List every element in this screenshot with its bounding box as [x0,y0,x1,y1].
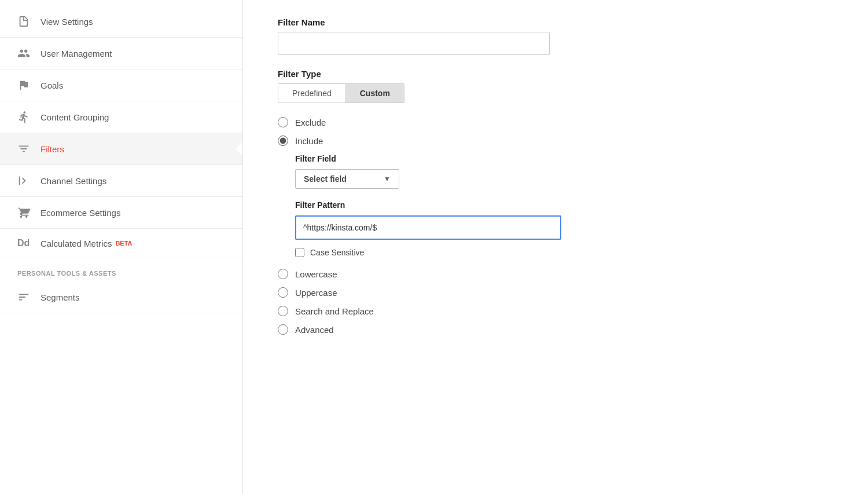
filter-field-label: Filter Field [295,154,833,163]
sidebar-item-channel-settings[interactable]: Channel Settings [0,165,242,197]
filter-type-tabs: Predefined Custom [278,83,404,103]
sidebar-item-ecommerce-settings[interactable]: Ecommerce Settings [0,197,242,229]
filter-name-label: Filter Name [278,17,833,27]
sidebar-item-user-management[interactable]: User Management [0,38,242,69]
case-sensitive-label: Case Sensitive [310,248,364,257]
filter-icon [17,142,41,155]
filter-type-section: Filter Type Predefined Custom [278,69,833,103]
filter-type-radio-group: Exclude Include [278,117,833,146]
sidebar-label-ecommerce-settings: Ecommerce Settings [41,208,120,218]
filter-field-section: Filter Field Select field ▼ [295,154,833,189]
sidebar-label-filters: Filters [41,144,64,154]
filter-type-label: Filter Type [278,69,833,79]
radio-search-replace-input[interactable] [278,306,288,316]
radio-exclude[interactable]: Exclude [278,117,833,127]
sidebar-item-content-grouping[interactable]: Content Grouping [0,101,242,133]
filter-name-section: Filter Name [278,17,833,55]
sidebar-label-view-settings: View Settings [41,17,93,27]
filter-pattern-section: Filter Pattern [295,200,833,240]
sidebar-item-calculated-metrics[interactable]: Dd Calculated Metrics BETA [0,229,242,258]
channel-icon [17,174,41,187]
radio-search-replace-label: Search and Replace [295,306,374,316]
case-sensitive-checkbox[interactable] [295,248,304,257]
flag-icon [17,79,41,92]
main-content: Filter Name Filter Type Predefined Custo… [243,0,868,494]
select-field-dropdown[interactable]: Select field ▼ [295,169,399,189]
radio-uppercase[interactable]: Uppercase [278,287,833,298]
sidebar-label-content-grouping: Content Grouping [41,112,109,122]
radio-advanced-input[interactable] [278,324,288,335]
sidebar-label-calculated-metrics: Calculated Metrics [41,239,112,248]
sidebar-item-goals[interactable]: Goals [0,69,242,101]
select-field-label: Select field [304,174,347,184]
personal-section-label: PERSONAL TOOLS & ASSETS [0,258,242,281]
radio-include-label: Include [295,136,323,146]
case-sensitive-row[interactable]: Case Sensitive [295,248,833,257]
sidebar-label-channel-settings: Channel Settings [41,176,106,186]
radio-search-and-replace[interactable]: Search and Replace [278,306,833,316]
radio-advanced[interactable]: Advanced [278,324,833,335]
sidebar-label-segments: Segments [41,292,80,302]
chevron-down-icon: ▼ [384,175,391,183]
cart-icon [17,206,41,219]
document-icon [17,15,41,28]
beta-badge: BETA [115,240,132,247]
content-icon [17,111,41,123]
sidebar: View Settings User Management Goals Cont… [0,0,243,494]
dd-icon: Dd [17,238,41,248]
users-icon [17,47,41,60]
radio-exclude-input[interactable] [278,117,288,127]
radio-uppercase-input[interactable] [278,287,288,298]
segments-icon [17,291,41,303]
radio-lowercase-label: Lowercase [295,269,337,279]
radio-uppercase-label: Uppercase [295,288,337,298]
radio-exclude-label: Exclude [295,118,326,127]
tab-predefined[interactable]: Predefined [278,84,346,103]
sidebar-item-filters[interactable]: Filters [0,133,242,165]
sidebar-item-segments[interactable]: Segments [0,281,242,313]
radio-advanced-label: Advanced [295,325,334,335]
radio-lowercase[interactable]: Lowercase [278,269,833,279]
filter-name-input[interactable] [278,32,550,55]
radio-lowercase-input[interactable] [278,269,288,279]
radio-include-input[interactable] [278,136,288,146]
svg-rect-0 [19,177,20,185]
sidebar-item-view-settings[interactable]: View Settings [0,6,242,38]
tab-custom[interactable]: Custom [346,84,404,103]
filter-pattern-label: Filter Pattern [295,200,833,210]
sidebar-label-user-management: User Management [41,49,112,58]
radio-include[interactable]: Include [278,136,833,146]
bottom-radio-group: Lowercase Uppercase Search and Replace A… [278,269,833,335]
sidebar-label-goals: Goals [41,80,63,90]
filter-pattern-input[interactable] [295,215,561,240]
